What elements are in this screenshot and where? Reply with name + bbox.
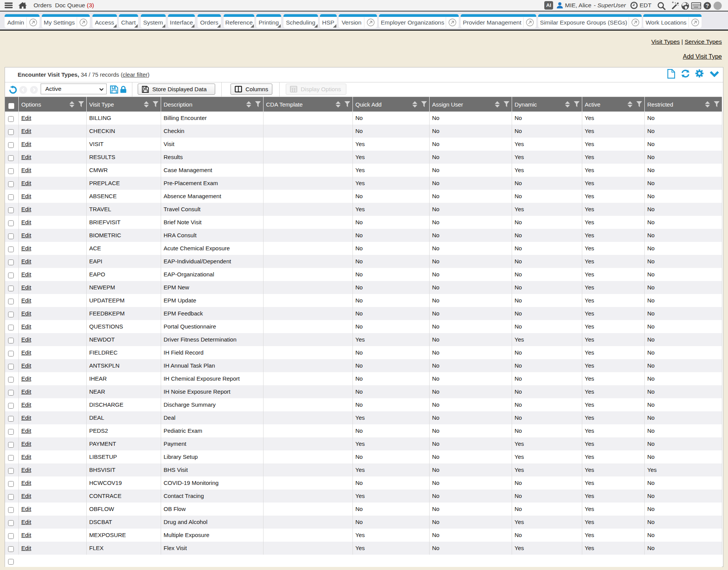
svg-text:?: ? (706, 2, 709, 8)
